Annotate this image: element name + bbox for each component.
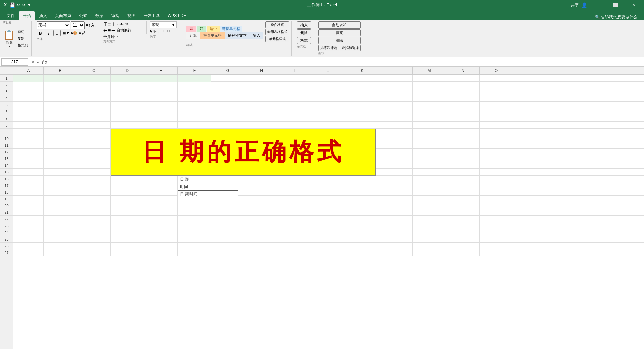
cell-h3[interactable] <box>245 88 278 95</box>
tab-home[interactable]: 开始 <box>19 11 35 20</box>
cell-g3[interactable] <box>211 88 245 95</box>
sort-filter-button[interactable]: 排序和筛选 <box>318 45 339 51</box>
style-explained[interactable]: 解释性文本 <box>225 32 250 39</box>
row-num-8[interactable]: 8 <box>0 122 13 129</box>
cell-style-button[interactable]: 单元格样式 <box>265 36 289 42</box>
font-size-select[interactable]: 11 <box>71 21 85 29</box>
row-num-15[interactable]: 15 <box>0 169 13 176</box>
align-right-button[interactable]: ➡ <box>111 28 115 33</box>
col-header-j[interactable]: J <box>312 67 345 74</box>
row-num-5[interactable]: 5 <box>0 102 13 108</box>
cell-f3[interactable] <box>178 88 211 95</box>
tab-insert[interactable]: 插入 <box>35 11 51 20</box>
value-time[interactable] <box>205 183 238 191</box>
italic-button[interactable]: I <box>45 30 52 36</box>
row-num-21[interactable]: 21 <box>0 209 13 216</box>
cell-e1[interactable] <box>144 75 178 82</box>
row-num-3[interactable]: 3 <box>0 88 13 95</box>
font-color-button[interactable]: A🖊 <box>79 31 85 35</box>
underline-button[interactable]: U <box>53 30 61 36</box>
cell-d1[interactable] <box>111 75 144 82</box>
col-header-f[interactable]: F <box>178 67 211 74</box>
cell-c3[interactable] <box>77 88 111 95</box>
cell-j1[interactable] <box>312 75 345 82</box>
cell-i2[interactable] <box>278 82 312 88</box>
col-header-h[interactable]: H <box>245 67 278 74</box>
row-num-20[interactable]: 20 <box>0 202 13 209</box>
style-unit[interactable]: 输入 <box>250 32 263 39</box>
cell-h1[interactable] <box>245 75 278 82</box>
tab-wpspdf[interactable]: WPS PDF <box>164 11 190 20</box>
cell-l1[interactable] <box>379 75 413 82</box>
row-num-2[interactable]: 2 <box>0 82 13 88</box>
cell-m2[interactable] <box>413 82 446 88</box>
row-num-4[interactable]: 4 <box>0 95 13 102</box>
comma-button[interactable]: , <box>158 29 160 34</box>
font-increase-button[interactable]: A↑ <box>86 23 90 28</box>
row-num-16[interactable]: 16 <box>0 176 13 182</box>
row-num-23[interactable]: 23 <box>0 222 13 229</box>
cut-button[interactable]: 剪切 <box>16 29 29 35</box>
align-left-button[interactable]: ⬅ <box>103 28 107 33</box>
border-button[interactable]: ⊞▼ <box>63 31 70 35</box>
style-calc[interactable]: 计算 <box>186 32 200 39</box>
row-num-11[interactable]: 11 <box>0 142 13 149</box>
cell-i1[interactable] <box>278 75 312 82</box>
col-header-k[interactable]: K <box>345 67 379 74</box>
cell-h2[interactable] <box>245 82 278 88</box>
style-link[interactable]: 链接单元格 <box>220 26 242 32</box>
cell-b2[interactable] <box>44 82 77 88</box>
style-good[interactable]: 好 <box>197 26 206 32</box>
tab-layout[interactable]: 页面布局 <box>51 11 75 20</box>
row-num-7[interactable]: 7 <box>0 115 13 122</box>
row-num-6[interactable]: 6 <box>0 108 13 115</box>
tab-file[interactable]: 文件 <box>3 11 19 20</box>
row-num-13[interactable]: 13 <box>0 155 13 162</box>
cell-k2[interactable] <box>345 82 379 88</box>
tab-view[interactable]: 视图 <box>123 11 140 20</box>
copy-button[interactable]: 复制 <box>16 36 29 42</box>
row-num-17[interactable]: 17 <box>0 182 13 189</box>
cell-n3[interactable] <box>446 88 480 95</box>
merge-center-button[interactable]: 合并居中 <box>103 35 118 39</box>
value-date[interactable] <box>205 176 238 183</box>
indent-button[interactable]: ⇥ <box>125 21 128 27</box>
quick-undo[interactable]: ↩ <box>16 2 20 8</box>
cell-g2[interactable] <box>211 82 245 88</box>
row-num-22[interactable]: 22 <box>0 216 13 222</box>
align-top-button[interactable]: ⊤ <box>103 21 107 27</box>
cell-reference-box[interactable] <box>1 58 28 66</box>
restore-button[interactable]: ⬜ <box>608 0 623 10</box>
currency-button[interactable]: ¥ <box>150 29 152 34</box>
cond-format-button[interactable]: 条件格式 <box>265 21 289 28</box>
row-num-14[interactable]: 14 <box>0 162 13 169</box>
wrap-text-button[interactable]: 自动换行 <box>117 28 131 33</box>
tab-data[interactable]: 数据 <box>91 11 107 20</box>
row-num-24[interactable]: 24 <box>0 229 13 236</box>
cell-l2[interactable] <box>379 82 413 88</box>
cell-o3[interactable] <box>480 88 513 95</box>
search-box[interactable]: 🔍 告诉我您想要做什么... <box>595 14 641 20</box>
col-header-i[interactable]: I <box>278 67 312 74</box>
quick-redo[interactable]: ↪ <box>22 2 26 8</box>
clear-button[interactable]: 清除 <box>318 37 361 44</box>
tab-review[interactable]: 审阅 <box>107 11 123 20</box>
cell-g1[interactable] <box>211 75 245 82</box>
delete-cell-button[interactable]: 删除 <box>297 29 311 36</box>
font-decrease-button[interactable]: A↓ <box>91 23 96 28</box>
insert-function-icon[interactable]: f <box>42 59 44 65</box>
align-middle-button[interactable]: ≡ <box>108 21 111 27</box>
find-button[interactable]: 查找和选择 <box>340 45 361 51</box>
label-datetime[interactable]: 日 期时间 <box>178 191 205 198</box>
cell-b1[interactable] <box>44 75 77 82</box>
col-header-c[interactable]: C <box>77 67 111 74</box>
confirm-formula-icon[interactable]: ✓ <box>37 59 41 65</box>
cell-e3[interactable] <box>144 88 178 95</box>
account-icon[interactable]: 👤 <box>581 2 587 8</box>
cell-a1[interactable] <box>13 75 44 82</box>
label-time[interactable]: 时间 <box>178 183 205 191</box>
row-num-10[interactable]: 10 <box>0 135 13 142</box>
dec-dec-button[interactable]: .00 <box>165 29 170 34</box>
text-direction-button[interactable]: ab↕ <box>117 21 124 27</box>
cell-l3[interactable] <box>379 88 413 95</box>
